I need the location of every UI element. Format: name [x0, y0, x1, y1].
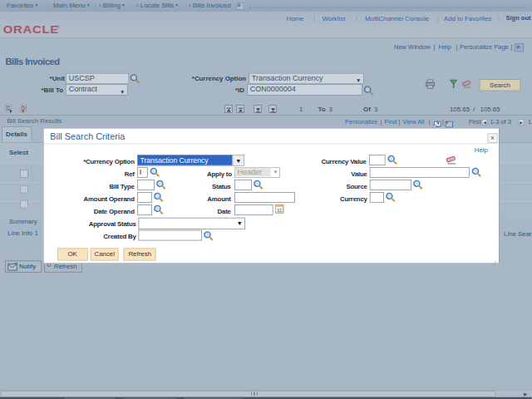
svg-text:31: 31 [277, 208, 282, 213]
